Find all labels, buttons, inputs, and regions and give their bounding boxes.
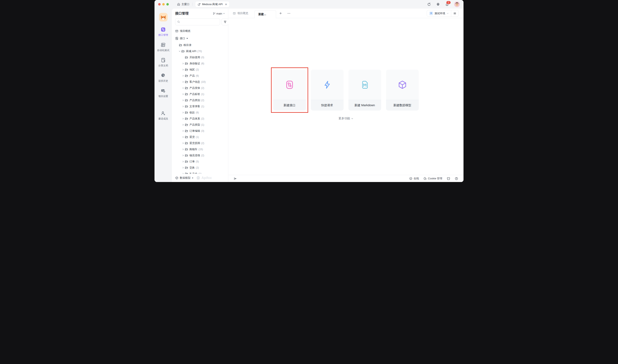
collapse-sidebar-icon[interactable]	[234, 177, 237, 180]
sidebar-item-share-docs[interactable]: 分享文档	[155, 58, 172, 67]
tree-item[interactable]: 退货原因 (2)	[172, 140, 228, 146]
chevron-icon[interactable]	[181, 112, 185, 114]
tree-item[interactable]: 产品类别 (2)	[172, 97, 228, 103]
chevron-icon[interactable]	[181, 93, 185, 95]
tree-item-count: (2)	[201, 87, 204, 90]
tree-item[interactable]: 地区 (2)	[172, 66, 228, 73]
tree-item[interactable]: 接口	[172, 35, 228, 42]
chevron-icon[interactable]	[181, 155, 185, 156]
chevron-icon[interactable]	[181, 63, 185, 65]
tree-item[interactable]: 客户信息 (10)	[172, 79, 228, 85]
chevron-icon[interactable]	[181, 87, 185, 89]
chevron-icon[interactable]	[181, 161, 185, 163]
cookie-manager[interactable]: Cookie 管理	[423, 177, 442, 180]
titlebar-divider	[192, 3, 193, 6]
chevron-icon[interactable]	[181, 81, 185, 83]
tree-item[interactable]: 订单编辑 (3)	[172, 128, 228, 134]
tree-item-icon	[185, 105, 188, 108]
sidebar-item-project-settings[interactable]: 项目设置	[155, 88, 172, 98]
new-api-card[interactable]: 新建接口	[273, 70, 306, 111]
tab-project-overview[interactable]: 项目概览	[230, 12, 251, 15]
tree-item[interactable]: 退货 (1)	[172, 134, 228, 140]
chevron-icon[interactable]	[181, 136, 185, 138]
tree-item[interactable]: 商城 API (70)	[172, 48, 228, 54]
chevron-down-icon	[351, 117, 353, 120]
data-model-icon	[175, 176, 178, 180]
close-tab-icon[interactable]: ✕	[225, 3, 227, 6]
app-window: 主窗口 Medusa 商城 API ✕ 1	[155, 0, 463, 182]
help-icon[interactable]	[455, 177, 458, 180]
tree-item[interactable]: 礼品卡 (1)	[172, 171, 228, 174]
chevron-icon[interactable]	[181, 69, 185, 71]
tree-item[interactable]: 购物车 (15)	[172, 146, 228, 152]
minimize-window-button[interactable]	[162, 3, 165, 5]
new-markdown-card[interactable]: 新建 Markdown	[348, 70, 381, 111]
zoom-window-button[interactable]	[166, 3, 169, 5]
filter-button[interactable]	[222, 18, 228, 25]
chevron-icon[interactable]	[181, 167, 185, 169]
tree-item[interactable]: 身份验证 (6)	[172, 61, 228, 66]
data-model-row[interactable]: 数据模型 Apifox	[172, 174, 228, 182]
more-features-button[interactable]: 更多功能	[339, 117, 353, 120]
chevron-icon[interactable]	[181, 118, 185, 120]
refresh-icon[interactable]	[427, 2, 431, 6]
avatar[interactable]	[454, 1, 460, 7]
gear-icon[interactable]	[436, 2, 440, 6]
tab-more-button[interactable]	[287, 12, 291, 15]
home-tab[interactable]: 主窗口	[177, 2, 189, 6]
search-input[interactable]	[181, 20, 218, 24]
cookie-icon	[423, 177, 427, 180]
home-icon	[177, 3, 180, 6]
rail-item-label: 项目设置	[158, 95, 168, 98]
quick-request-card[interactable]: 快捷请求	[311, 70, 343, 111]
tree-item[interactable]: 物流选项 (2)	[172, 152, 228, 158]
chevron-icon[interactable]	[181, 124, 185, 126]
hamburger-icon	[453, 12, 456, 15]
card-label: 新建数据模型	[386, 100, 419, 111]
tree-item-label: 退货	[189, 135, 195, 139]
rail-item-label: 邀请成员	[158, 117, 168, 120]
tree-item[interactable]: 文章博客 (1)	[172, 103, 228, 109]
nav-rail: 接口管理 自动化测试 分享文档 请求历史 项目设置 邀请成员	[155, 9, 172, 182]
chevron-icon[interactable]	[181, 75, 185, 77]
theme-shirt-icon[interactable]	[447, 177, 450, 180]
tree-item[interactable]: 产品类型 (1)	[172, 122, 228, 128]
tab-new-active[interactable]: 新建...	[254, 10, 276, 18]
notifications[interactable]: 1	[445, 2, 449, 6]
new-data-model-card[interactable]: 新建数据模型	[386, 70, 419, 111]
chevron-icon[interactable]	[181, 105, 185, 107]
chevron-icon[interactable]	[181, 142, 185, 144]
tree-item[interactable]: 收款 (6)	[172, 109, 228, 116]
tree-item[interactable]: 根目录	[172, 42, 228, 48]
caret-down-icon[interactable]	[186, 38, 188, 39]
new-tab-button[interactable]	[279, 12, 282, 15]
tree-item[interactable]: 项目概览	[172, 27, 228, 35]
tree-item[interactable]: 交换 (2)	[172, 165, 228, 171]
sidebar-item-request-history[interactable]: 请求历史	[155, 73, 172, 83]
chevron-icon[interactable]	[181, 99, 185, 101]
tree-item[interactable]: 产品变体 (2)	[172, 85, 228, 91]
chevron-icon[interactable]	[178, 50, 181, 52]
tree-item[interactable]: 开始使用 (0)	[172, 54, 228, 61]
tab-label: 项目概览	[237, 12, 248, 15]
project-window-tab[interactable]: Medusa 商城 API ✕	[195, 1, 229, 7]
sidebar-item-automated-testing[interactable]: 自动化测试	[155, 42, 172, 52]
branch-selector[interactable]: main	[213, 12, 226, 15]
tree-item-count: (2)	[196, 166, 199, 169]
close-window-button[interactable]	[158, 3, 161, 5]
search-icon	[177, 20, 180, 23]
online-status[interactable]: 在线	[409, 177, 419, 180]
environment-dropdown[interactable]: 测 测试环境	[427, 12, 451, 15]
tree-item[interactable]: 产品标签 (1)	[172, 91, 228, 97]
api-icon	[161, 27, 166, 32]
tree-item[interactable]: 订单 (5)	[172, 158, 228, 165]
sidebar-item-invite-members[interactable]: 邀请成员	[155, 111, 172, 120]
chevron-icon[interactable]	[181, 130, 185, 132]
sidebar-item-api-management[interactable]: 接口管理	[155, 27, 172, 37]
project-logo[interactable]	[159, 13, 168, 21]
git-branch-icon	[213, 12, 216, 15]
tree-item[interactable]: 产品体系 (2)	[172, 116, 228, 122]
environment-manage-button[interactable]	[451, 10, 458, 16]
tree-item[interactable]: 产品 (6)	[172, 73, 228, 79]
chevron-icon[interactable]	[181, 148, 185, 150]
